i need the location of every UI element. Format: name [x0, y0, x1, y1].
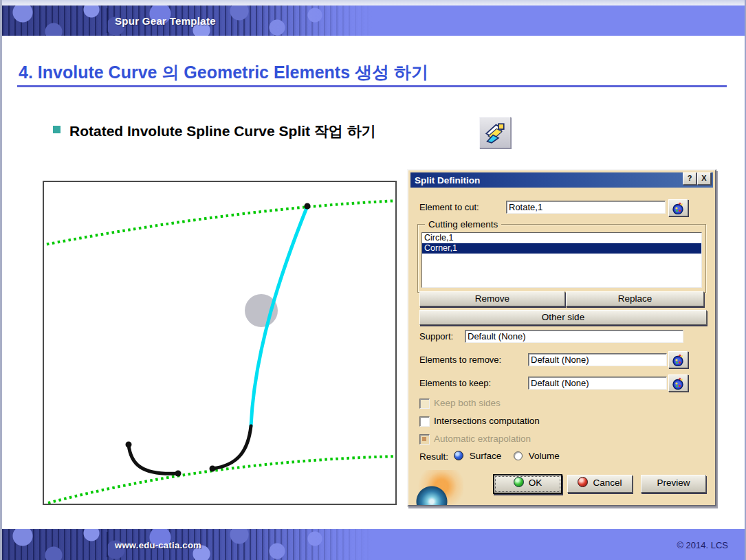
automatic-extrapolation-checkbox[interactable] [419, 434, 430, 445]
replace-button[interactable]: Replace [566, 291, 704, 306]
cancel-red-sphere-icon [578, 477, 588, 487]
element-to-cut-field[interactable] [506, 201, 666, 214]
root-arc-curve [129, 445, 178, 473]
arc-endpoint-left [126, 442, 132, 448]
help-button[interactable]: ? [683, 172, 696, 185]
multi-selection-icon [672, 354, 685, 366]
banner-divider [107, 8, 108, 33]
support-field[interactable] [465, 330, 683, 343]
ok-button[interactable]: OK [493, 474, 562, 494]
support-label: Support: [419, 331, 453, 341]
corner-curve [212, 426, 251, 469]
element-to-cut-selector-button[interactable] [668, 199, 688, 216]
cancel-button[interactable]: Cancel [567, 475, 633, 493]
surface-radio[interactable] [454, 451, 463, 460]
header-banner: Spur Gear Template [2, 5, 745, 36]
page-left-edge [0, 0, 2, 560]
elements-to-keep-label: Elements to keep: [419, 378, 491, 388]
multi-selection-icon [672, 377, 685, 390]
globe-decoration [408, 470, 463, 505]
bullet-square-icon [53, 126, 61, 133]
split-definition-dialog: Split Definition ? X Element to cut: Cut… [407, 169, 716, 506]
preview-button-label: Preview [657, 478, 690, 488]
copyright-text: © 2014. LCS [677, 539, 728, 550]
cutting-elements-group-label: Cutting elements [425, 219, 501, 229]
result-options: Surface Volume [454, 451, 560, 461]
cancel-button-label: Cancel [593, 478, 622, 488]
ok-button-focus-rect [495, 476, 560, 492]
list-item[interactable]: Circle,1 [422, 233, 701, 243]
intersections-computation-label: Intersections computation [434, 416, 540, 426]
curve-endpoint-top [305, 203, 311, 210]
arc-endpoint-right [175, 471, 182, 477]
base-circle-dotted-curve [48, 456, 395, 503]
close-icon: X [701, 174, 706, 182]
title-underline [17, 85, 727, 87]
elements-to-remove-selector-button[interactable] [668, 351, 688, 368]
corner-endpoint [210, 466, 216, 472]
elements-to-keep-field[interactable] [528, 377, 667, 390]
geometry-canvas [44, 182, 395, 504]
header-title: Spur Gear Template [115, 15, 216, 27]
automatic-extrapolation-label: Automatic extrapolation [434, 434, 531, 444]
outer-circle-dotted-curve [44, 201, 395, 245]
other-side-button[interactable]: Other side [419, 310, 707, 325]
close-button[interactable]: X [697, 172, 711, 185]
help-icon: ? [688, 174, 692, 182]
keep-both-sides-label: Keep both sides [434, 398, 501, 408]
elements-to-remove-label: Elements to remove: [419, 355, 501, 365]
intersections-computation-checkbox[interactable] [419, 416, 430, 427]
list-item-selected[interactable]: Corner,1 [422, 243, 701, 254]
surface-radio-label: Surface [470, 451, 502, 461]
element-to-cut-label: Element to cut: [419, 202, 479, 212]
bullet-text: Rotated Involute Spline Curve Split 작업 하… [69, 122, 376, 141]
volume-radio-label: Volume [529, 451, 560, 461]
keep-both-sides-checkbox[interactable] [419, 399, 430, 409]
geometry-viewport [43, 181, 397, 505]
dialog-titlebar[interactable]: Split Definition [410, 172, 713, 188]
preview-button[interactable]: Preview [641, 475, 706, 493]
multi-selection-icon [672, 202, 685, 214]
page-top-edge [0, 0, 746, 5]
footer-banner: www.edu-catia.com © 2014. LCS [2, 529, 745, 560]
bullet-row: Rotated Involute Spline Curve Split 작업 하… [53, 120, 376, 143]
dialog-title: Split Definition [410, 175, 480, 186]
cutting-elements-list[interactable]: Circle,1 Corner,1 [421, 232, 702, 288]
split-tool-button[interactable] [479, 117, 511, 148]
page-title: 4. Involute Curve 의 Geometric Elements 생… [19, 61, 428, 84]
result-label: Result: [419, 451, 448, 462]
banner-divider [107, 532, 108, 557]
slide-page: Spur Gear Template 4. Involute Curve 의 G… [0, 0, 746, 560]
elements-to-keep-selector-button[interactable] [668, 374, 688, 392]
footer-site-link[interactable]: www.edu-catia.com [115, 539, 201, 550]
split-icon [483, 121, 507, 144]
remove-button[interactable]: Remove [419, 291, 565, 306]
volume-radio[interactable] [514, 451, 523, 460]
elements-to-remove-field[interactable] [528, 353, 667, 366]
